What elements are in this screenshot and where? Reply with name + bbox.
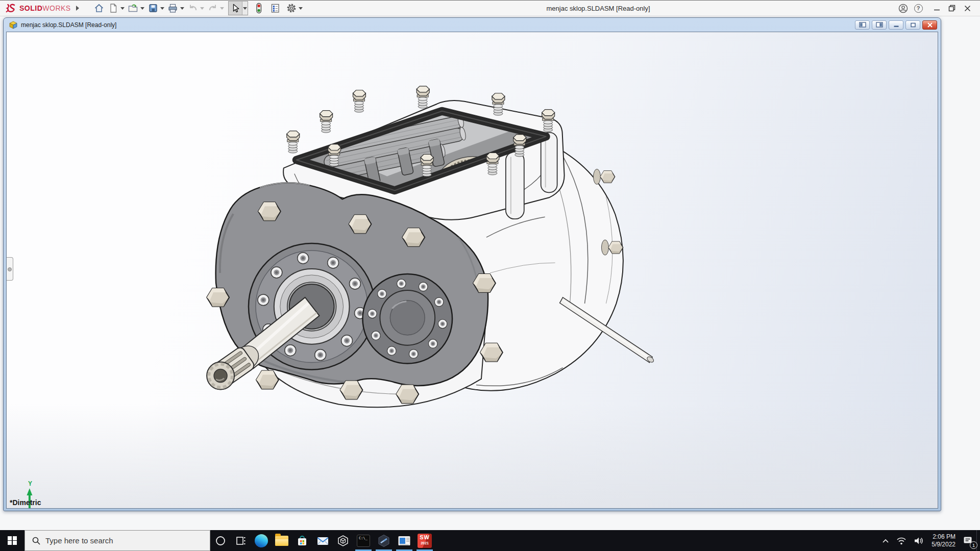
- graphics-viewport[interactable]: Y X Z *Dimetric: [6, 32, 938, 509]
- minimize-icon: [934, 5, 940, 12]
- search-input[interactable]: [45, 536, 199, 545]
- open-caret[interactable]: [140, 2, 145, 15]
- tray-chevron-button[interactable]: [878, 530, 893, 551]
- undo-icon: [188, 3, 198, 13]
- pane-left-icon: [859, 22, 866, 28]
- doc-restore-icon: [910, 22, 916, 28]
- system-tray: 2:06 PM 5/9/2022 1: [878, 530, 980, 551]
- store-icon: [296, 535, 308, 547]
- file-properties-icon: [270, 3, 280, 13]
- minimize-button[interactable]: [929, 2, 944, 15]
- account-icon: [898, 4, 908, 13]
- print-button[interactable]: [166, 2, 180, 15]
- toolbar-flyout-arrow-icon[interactable]: [76, 6, 79, 11]
- doc-restore-button[interactable]: [905, 20, 920, 30]
- document-window: menjac sklop.SLDASM [Read-only]: [3, 17, 941, 511]
- taskbar-3d-viewer[interactable]: [333, 530, 353, 551]
- edge-icon: [255, 534, 268, 547]
- open-icon: [128, 3, 138, 13]
- start-button[interactable]: [0, 530, 24, 551]
- assembly-document-icon: [9, 21, 18, 29]
- document-title-bar[interactable]: menjac sklop.SLDASM [Read-only]: [6, 18, 938, 32]
- save-icon: [148, 3, 158, 13]
- secondary-bearing-cover: [362, 274, 452, 364]
- tray-wifi-button[interactable]: [893, 530, 910, 551]
- taskbar-task-view[interactable]: [231, 530, 251, 551]
- chevron-up-icon: [882, 538, 889, 543]
- titlebar-right-controls: ?: [895, 2, 975, 15]
- edrawings-icon: [377, 534, 390, 547]
- file-explorer-icon: [275, 536, 288, 546]
- taskbar-command-prompt[interactable]: C:\_: [353, 530, 374, 551]
- taskbar-media-player[interactable]: [394, 530, 414, 551]
- windows-taskbar: C:\_ SW 2021: [0, 530, 980, 551]
- rebuild-button[interactable]: [252, 2, 265, 15]
- app-window-title: menjac sklop.SLDASM [Read-only]: [532, 5, 665, 12]
- open-button[interactable]: [127, 2, 140, 15]
- gearbox-assembly: Y X Z: [12, 86, 655, 508]
- redo-button[interactable]: [206, 2, 219, 15]
- media-player-icon: [398, 535, 411, 546]
- taskbar-edrawings[interactable]: [374, 530, 394, 551]
- doc-pane-left-button[interactable]: [855, 20, 870, 30]
- home-button[interactable]: [92, 2, 106, 15]
- task-view-icon: [235, 535, 247, 546]
- document-window-controls: [853, 20, 937, 30]
- account-button[interactable]: [895, 2, 911, 15]
- tray-clock[interactable]: 2:06 PM 5/9/2022: [927, 533, 960, 548]
- tray-time: 2:06 PM: [932, 533, 955, 541]
- view-orientation-label: *Dimetric: [10, 498, 41, 507]
- taskbar-store[interactable]: [292, 530, 312, 551]
- file-properties-button[interactable]: [268, 2, 282, 15]
- restore-button[interactable]: [944, 2, 960, 15]
- taskbar-search[interactable]: [24, 530, 210, 551]
- solidworks-app-icon: SW 2021: [418, 534, 432, 548]
- triad-y-label: Y: [28, 480, 32, 487]
- brand-works: WORKS: [42, 4, 70, 12]
- undo-caret[interactable]: [200, 2, 205, 15]
- 3d-viewer-icon: [337, 535, 349, 547]
- search-icon: [32, 537, 40, 545]
- save-caret[interactable]: [160, 2, 165, 15]
- print-caret[interactable]: [180, 2, 185, 15]
- help-icon: ?: [914, 4, 923, 13]
- document-title: menjac sklop.SLDASM [Read-only]: [21, 21, 853, 29]
- cortana-icon: [215, 535, 226, 546]
- redo-caret[interactable]: [219, 2, 225, 15]
- select-tool-button[interactable]: [229, 2, 242, 15]
- spline-tip: [207, 362, 234, 390]
- restore-icon: [948, 5, 955, 12]
- new-document-caret[interactable]: [120, 2, 126, 15]
- command-prompt-icon: C:\_: [357, 535, 370, 547]
- taskbar-file-explorer[interactable]: [272, 530, 292, 551]
- show-desktop-divider[interactable]: [976, 530, 977, 551]
- solidworks-logo: SOLIDWORKS: [4, 3, 71, 14]
- doc-pane-right-button[interactable]: [872, 20, 887, 30]
- notification-center-button[interactable]: 1: [960, 530, 976, 551]
- taskbar-solidworks-2021[interactable]: SW 2021: [414, 530, 435, 551]
- select-tool-caret[interactable]: [242, 2, 248, 15]
- gear-icon: [286, 3, 297, 14]
- tray-volume-button[interactable]: [910, 530, 927, 551]
- taskbar-mail[interactable]: [312, 530, 333, 551]
- doc-minimize-icon: [893, 22, 899, 28]
- app-client-area: menjac sklop.SLDASM [Read-only]: [0, 16, 980, 530]
- taskbar-cortana[interactable]: [210, 530, 231, 551]
- gearbox-assembly-model[interactable]: Y X Z: [7, 32, 938, 508]
- undo-button[interactable]: [186, 2, 200, 15]
- doc-close-button[interactable]: [922, 20, 937, 30]
- save-button[interactable]: [146, 2, 160, 15]
- feature-tree-splitter-tab[interactable]: [6, 257, 13, 281]
- housing-boss: [506, 152, 524, 219]
- brand-solid: SOLID: [19, 4, 42, 12]
- close-button[interactable]: [960, 2, 975, 15]
- redo-icon: [208, 3, 218, 13]
- help-button[interactable]: ?: [911, 2, 926, 15]
- options-caret[interactable]: [298, 2, 304, 15]
- options-button[interactable]: [285, 2, 298, 15]
- wifi-icon: [896, 537, 906, 545]
- taskbar-edge[interactable]: [251, 530, 272, 551]
- new-document-button[interactable]: [107, 2, 120, 15]
- main-toolbar: [91, 1, 304, 15]
- doc-minimize-button[interactable]: [889, 20, 903, 30]
